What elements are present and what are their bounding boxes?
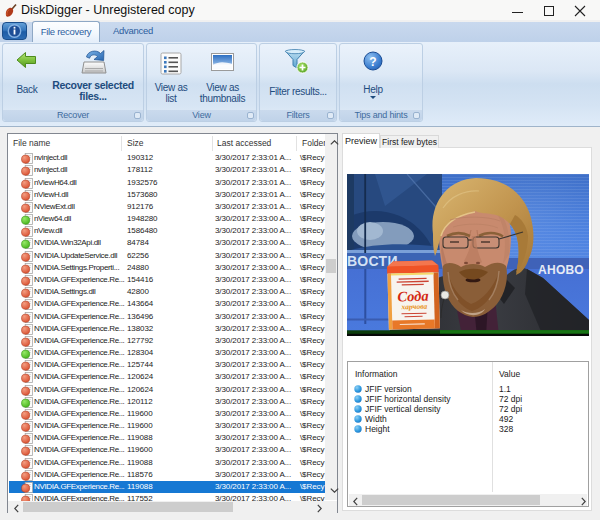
svg-text:?: ? xyxy=(369,55,376,69)
svg-text:харчова: харчова xyxy=(400,302,427,312)
svg-text:АНОВО: АНОВО xyxy=(538,263,584,277)
